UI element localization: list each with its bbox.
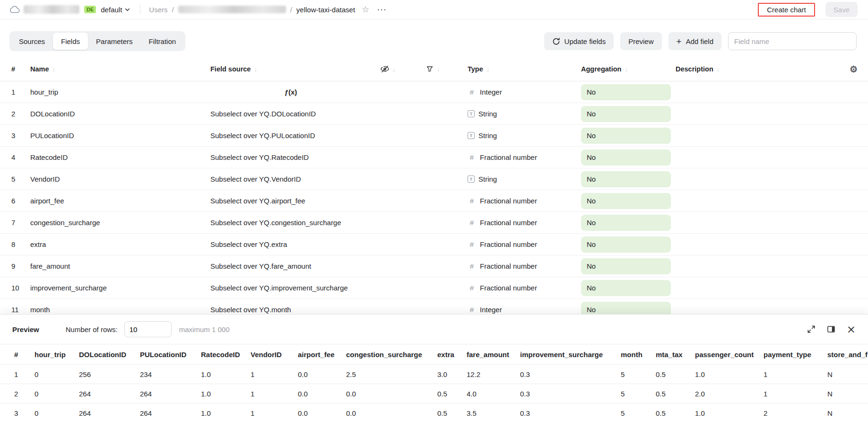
more-options-icon[interactable]: ⋯ [377,4,386,15]
field-source[interactable]: Subselect over YQ.improvement_surcharge [210,284,371,292]
tab-parameters[interactable]: Parameters [88,33,141,50]
table-settings-button[interactable]: ⚙ [843,64,868,75]
save-button[interactable]: Save [825,2,858,17]
field-name[interactable]: RatecodeID [30,153,210,161]
topbar-divider [140,5,140,14]
favorite-star-icon[interactable]: ☆ [362,4,369,15]
aggregation-select[interactable]: No [581,128,671,144]
field-source[interactable]: Subselect over YQ.PULocationID [210,132,371,140]
field-type[interactable]: #Fractional number [468,240,581,248]
preview-cell: 1.0 [201,365,251,384]
col-header-field-source[interactable]: Field source ↓ [210,65,371,73]
field-type[interactable]: #Fractional number [468,153,581,161]
preview-panel: Preview Number of rows: maximum 1 000 × … [0,314,868,421]
field-source[interactable]: Subselect over YQ.congestion_surcharge [210,219,371,227]
split-view-icon[interactable] [827,325,835,333]
preview-col-header: store_and_f [827,344,868,365]
field-name[interactable]: VendorID [30,175,210,183]
col-header-hidden[interactable]: ↓ [371,65,414,73]
aggregation-select[interactable]: No [581,106,671,122]
field-name[interactable]: improvement_surcharge [30,284,210,292]
sort-icon[interactable]: ↓ [254,66,257,73]
create-chart-button[interactable]: Create chart [764,5,809,14]
aggregation-select[interactable]: No [581,237,671,253]
preview-col-header: airport_fee [298,344,346,365]
field-type-label: Fractional number [480,219,537,227]
preview-cell: 264 [79,403,140,421]
field-type[interactable]: #Integer [468,88,581,96]
field-source[interactable]: Subselect over YQ.fare_amount [210,262,371,270]
sort-icon[interactable]: ↓ [625,66,628,73]
field-name-search-input[interactable] [728,32,857,50]
field-type[interactable]: #Integer [468,306,581,314]
tab-sources[interactable]: Sources [11,33,53,50]
field-row: 5VendorIDSubselect over YQ.VendorIDTStri… [0,168,868,190]
field-type[interactable]: #Fractional number [468,284,581,292]
add-field-button[interactable]: + Add field [668,32,721,50]
field-row-index: 9 [11,262,30,270]
sort-icon[interactable]: ↓ [717,66,720,73]
field-source[interactable]: Subselect over YQ.airport_fee [210,197,371,205]
aggregation-select[interactable]: No [581,258,671,274]
rows-count-input[interactable] [124,321,172,337]
field-source[interactable]: Subselect over YQ.RatecodeID [210,153,371,161]
expand-preview-icon[interactable] [807,325,816,333]
preview-toggle-button[interactable]: Preview [620,32,661,50]
dataset-editor: DE default Users / / yellow-taxi-dataset… [0,0,868,326]
aggregation-select[interactable]: No [581,193,671,209]
field-name[interactable]: fare_amount [30,262,210,270]
field-source[interactable]: ƒ(x) [210,88,371,96]
field-name[interactable]: congestion_surcharge [30,219,210,227]
aggregation-select[interactable]: No [581,84,671,100]
aggregation-select[interactable]: No [581,149,671,166]
col-header-filter[interactable]: ↓ [414,65,468,73]
sort-icon[interactable]: ↓ [486,66,490,73]
dataset-toolbar: Sources Fields Parameters Filtration Upd… [0,19,868,57]
sort-icon[interactable]: ↓ [392,66,396,73]
col-header-aggregation[interactable]: Aggregation ↓ [581,65,676,73]
tab-filtration[interactable]: Filtration [141,33,184,50]
funnel-icon [426,65,434,73]
field-source[interactable]: Subselect over YQ.month [210,306,371,314]
aggregation-select[interactable]: No [581,280,671,296]
col-header-description[interactable]: Description ↓ [676,65,843,73]
preview-cell: 1 [0,365,35,384]
field-row: 3PULocationIDSubselect over YQ.PULocatio… [0,125,868,147]
scope-label: default [101,6,122,14]
chevron-down-icon [124,7,130,13]
preview-cell: 1.0 [695,403,764,421]
field-type[interactable]: TString [468,132,581,140]
field-source[interactable]: Subselect over YQ.extra [210,240,371,248]
col-header-field-source-label: Field source [210,65,251,73]
add-field-label: Add field [686,37,713,45]
preview-cell: 1 [764,384,827,403]
field-name[interactable]: DOLocationID [30,110,210,118]
field-name[interactable]: month [30,306,210,314]
aggregation-select[interactable]: No [581,215,671,231]
close-preview-icon[interactable]: × [847,324,856,335]
field-name[interactable]: PULocationID [30,132,210,140]
col-header-type[interactable]: Type ↓ [468,65,581,73]
breadcrumb-users[interactable]: Users [149,6,167,14]
col-header-name-label: Name [30,65,49,73]
preview-col-header: mta_tax [656,344,695,365]
field-name[interactable]: hour_trip [30,88,210,96]
field-row: 2DOLocationIDSubselect over YQ.DOLocatio… [0,103,868,125]
field-type[interactable]: #Fractional number [468,219,581,227]
field-type[interactable]: TString [468,175,581,183]
update-fields-button[interactable]: Update fields [544,32,614,50]
field-type[interactable]: #Fractional number [468,262,581,270]
field-name[interactable]: airport_fee [30,197,210,205]
scope-selector[interactable]: default [100,5,131,15]
field-type[interactable]: TString [468,110,581,118]
col-header-name[interactable]: Name ↓ [30,65,210,73]
sort-icon[interactable]: ↓ [52,66,56,73]
preview-cell: 0.0 [298,384,346,403]
field-type[interactable]: #Fractional number [468,197,581,205]
tab-fields[interactable]: Fields [53,33,88,50]
field-name[interactable]: extra [30,240,210,248]
aggregation-select[interactable]: No [581,171,671,187]
field-source[interactable]: Subselect over YQ.DOLocationID [210,110,371,118]
field-source[interactable]: Subselect over YQ.VendorID [210,175,371,183]
sort-icon[interactable]: ↓ [437,66,440,73]
